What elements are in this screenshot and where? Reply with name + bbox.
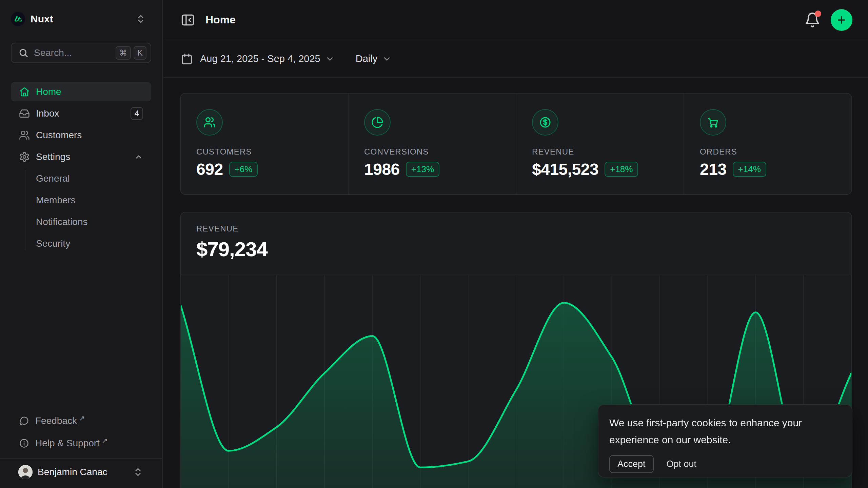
inbox-icon [19, 108, 30, 119]
sidebar-item-notifications[interactable]: Notifications [11, 212, 151, 231]
users-icon [19, 130, 30, 141]
chevrons-up-down-icon [133, 467, 143, 477]
sidebar-nav: Home Inbox 4 Customers Settings [11, 82, 151, 256]
page-title: Home [205, 14, 236, 26]
stat-customers[interactable]: CUSTOMERS 692 +6% [181, 94, 348, 194]
sidebar-item-settings[interactable]: Settings [11, 147, 151, 166]
info-icon [19, 438, 29, 448]
stat-value: 213 [700, 160, 727, 179]
sidebar-item-inbox[interactable]: Inbox 4 [11, 104, 151, 123]
stat-delta-badge: +14% [733, 162, 766, 177]
circle-dollar-icon [532, 109, 558, 136]
add-button[interactable] [831, 9, 852, 31]
page-header: Home [163, 0, 868, 40]
shopping-cart-icon [700, 109, 726, 136]
stat-label: CONVERSIONS [364, 147, 516, 157]
message-circle-icon [19, 416, 29, 426]
user-name: Benjamin Canac [38, 467, 107, 477]
revenue-chart-value: $79,234 [196, 238, 851, 261]
workspace-switcher[interactable]: Nuxt [11, 9, 151, 29]
inbox-count-badge: 4 [131, 107, 143, 120]
search-kbd-shortcut: ⌘ K [116, 46, 146, 60]
notification-dot [815, 11, 821, 17]
date-range-picker[interactable]: Aug 21, 2025 - Sep 4, 2025 [180, 53, 335, 65]
stat-delta-badge: +6% [229, 162, 258, 177]
stat-value: 692 [196, 160, 223, 179]
filters-toolbar: Aug 21, 2025 - Sep 4, 2025 Daily [163, 40, 868, 78]
stat-delta-badge: +13% [406, 162, 439, 177]
cookie-banner: We use first-party cookies to enhance yo… [598, 404, 852, 477]
settings-subtree: General Members Notifications Security [11, 169, 151, 253]
sidebar-footer: Feedback ↗ Help & Support ↗ Benjamin Can… [11, 413, 151, 488]
calendar-icon [180, 53, 193, 65]
stat-orders[interactable]: ORDERS 213 +14% [684, 94, 851, 194]
stat-value: 1986 [364, 160, 400, 179]
home-icon [19, 86, 30, 97]
revenue-chart-label: REVENUE [196, 224, 851, 233]
workspace-name: Nuxt [31, 13, 53, 25]
nuxt-logo-icon [11, 12, 25, 26]
avatar [18, 465, 33, 479]
accept-button[interactable]: Accept [609, 455, 654, 473]
collapse-sidebar-icon[interactable] [180, 13, 195, 27]
sidebar-item-home[interactable]: Home [11, 82, 151, 101]
sidebar-item-label: Customers [36, 130, 82, 141]
stat-conversions[interactable]: CONVERSIONS 1986 +13% [348, 94, 516, 194]
feedback-link[interactable]: Feedback ↗ [11, 413, 151, 428]
plus-icon [836, 15, 847, 25]
cookie-message: We use first-party cookies to enhance yo… [609, 414, 841, 448]
stats-card: CUSTOMERS 692 +6% CONVERSIONS 1986 +13% [180, 93, 852, 195]
notifications-button[interactable] [804, 12, 821, 28]
users-icon [196, 109, 223, 136]
date-range-value: Aug 21, 2025 - Sep 4, 2025 [200, 53, 320, 64]
stat-label: ORDERS [700, 147, 851, 157]
search-icon [18, 48, 28, 58]
search-input[interactable]: Search... ⌘ K [11, 43, 151, 63]
sidebar-item-members[interactable]: Members [11, 190, 151, 210]
stat-label: CUSTOMERS [196, 147, 348, 157]
chevrons-up-down-icon [136, 14, 146, 24]
pie-chart-icon [364, 109, 391, 136]
sidebar: Nuxt Search... ⌘ K Home Inbox 4 [0, 0, 163, 488]
help-support-label: Help & Support [35, 438, 100, 449]
subtree-guide-line [25, 170, 25, 250]
feedback-label: Feedback [35, 415, 77, 426]
user-menu[interactable]: Benjamin Canac [11, 459, 151, 488]
kbd-cmd: ⌘ [116, 46, 131, 60]
chevron-down-icon [382, 54, 392, 64]
stat-delta-badge: +18% [605, 162, 638, 177]
sidebar-item-label: Inbox [36, 108, 59, 119]
chevron-up-icon [134, 152, 143, 161]
opt-out-button[interactable]: Opt out [667, 459, 697, 469]
gear-icon [19, 151, 30, 162]
sidebar-item-label: Settings [36, 151, 70, 162]
chevron-down-icon [325, 54, 335, 64]
kbd-k: K [134, 46, 146, 60]
external-link-icon: ↗ [79, 414, 85, 422]
stat-value: $415,523 [532, 160, 598, 179]
search-placeholder: Search... [34, 47, 72, 58]
granularity-value: Daily [356, 53, 377, 64]
external-link-icon: ↗ [102, 436, 108, 445]
sidebar-item-customers[interactable]: Customers [11, 125, 151, 145]
help-support-link[interactable]: Help & Support ↗ [11, 436, 151, 451]
sidebar-item-general[interactable]: General [11, 169, 151, 188]
stat-revenue[interactable]: REVENUE $415,523 +18% [516, 94, 684, 194]
sidebar-item-security[interactable]: Security [11, 234, 151, 253]
granularity-select[interactable]: Daily [356, 53, 392, 64]
stat-label: REVENUE [532, 147, 684, 157]
sidebar-item-label: Home [36, 86, 61, 97]
